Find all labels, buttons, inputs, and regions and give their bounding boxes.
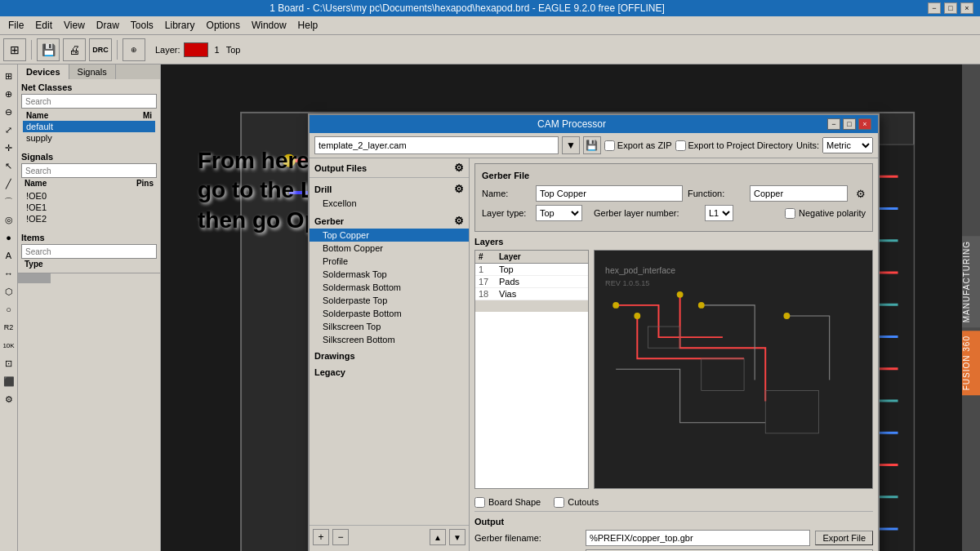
tree-section-gerber-header[interactable]: Gerber ⚙	[310, 213, 469, 229]
tool-grid[interactable]: ⊞	[1, 68, 17, 84]
cam-file-save-btn[interactable]: 💾	[583, 136, 601, 154]
signal-oe0[interactable]: !OE0	[23, 190, 155, 202]
gerber-layer-num-select[interactable]: L1 L2 L3	[705, 205, 733, 221]
export-file-btn[interactable]: Export File	[815, 531, 873, 545]
minimize-button[interactable]: −	[928, 2, 941, 14]
left-sidebar-hscroll[interactable]	[18, 273, 160, 282]
layer-row-top[interactable]: 1 Top	[475, 264, 588, 276]
menu-options[interactable]: Options	[202, 18, 245, 33]
tool-zoom-in[interactable]: ⊕	[1, 86, 17, 102]
tree-item-silkscreen-top[interactable]: Silkscreen Top	[310, 320, 469, 333]
menu-draw[interactable]: Draw	[91, 18, 124, 33]
tree-section-legacy-header[interactable]: Legacy	[310, 366, 469, 379]
net-item-default[interactable]: default	[23, 121, 155, 132]
menu-edit[interactable]: Edit	[30, 18, 57, 33]
tool-10k[interactable]: 10K	[1, 337, 17, 353]
menu-library[interactable]: Library	[160, 18, 200, 33]
cam-export-project-check[interactable]	[675, 140, 686, 151]
signal-oe2[interactable]: !OE2	[23, 213, 155, 224]
gerber-layer-type-select[interactable]: Top Bottom Inner All	[536, 205, 582, 221]
tool-zoom-out[interactable]: ⊖	[1, 104, 17, 120]
layers-hscroll[interactable]	[475, 300, 588, 312]
board-shape-option[interactable]: Board Shape	[474, 497, 541, 508]
toolbar-drc-btn[interactable]: DRC	[89, 38, 112, 61]
cutouts-option[interactable]: Cutouts	[554, 497, 599, 508]
cam-close-btn[interactable]: ×	[858, 118, 871, 130]
tree-item-soldermask-bottom[interactable]: Soldermask Bottom	[310, 281, 469, 294]
add-output-btn[interactable]: +	[313, 529, 329, 545]
tool-dimension[interactable]: ↔	[1, 265, 17, 282]
gerber-layer-type-row: Layer type: Top Bottom Inner All Gerber …	[482, 205, 866, 221]
toolbar-grid-btn[interactable]: ⊞	[3, 38, 26, 61]
layer-row-vias[interactable]: 18 Vias	[475, 288, 588, 300]
tool-copper[interactable]: ⬛	[1, 373, 17, 389]
remove-output-btn[interactable]: −	[332, 529, 349, 545]
tab-devices[interactable]: Devices	[18, 64, 69, 79]
cam-file-browse-btn[interactable]: ▼	[562, 136, 580, 154]
toolbar-save-btn[interactable]: 💾	[37, 38, 60, 61]
neg-polarity-check[interactable]	[785, 208, 795, 219]
fusion360-tab[interactable]: FUSION 360	[962, 331, 980, 395]
tree-section-drawings-header[interactable]: Drawings	[310, 349, 469, 362]
board-shape-check[interactable]	[474, 497, 485, 508]
items-search[interactable]	[21, 244, 157, 259]
tool-select[interactable]: ↖	[1, 158, 17, 174]
cam-units-select[interactable]: MetricImperial	[822, 137, 873, 153]
signals-search[interactable]	[21, 163, 157, 178]
manufacturing-tab[interactable]: MANUFACTURING	[962, 236, 980, 327]
menu-help[interactable]: Help	[293, 18, 323, 33]
net-item-supply[interactable]: supply	[23, 132, 155, 144]
tool-component[interactable]: ⊡	[1, 355, 17, 371]
tree-item-soldermask-top[interactable]: Soldermask Top	[310, 268, 469, 281]
tool-circle[interactable]: ○	[1, 301, 17, 318]
gerber-gear-icon[interactable]: ⚙	[454, 215, 464, 227]
tool-wire[interactable]: ╱	[1, 176, 17, 192]
tool-text[interactable]: A	[1, 247, 17, 264]
tool-route[interactable]: ⌒	[1, 193, 17, 210]
gerber-function-input[interactable]	[750, 185, 848, 202]
close-button[interactable]: ×	[960, 2, 973, 14]
restore-button[interactable]: □	[944, 2, 957, 14]
tool-move[interactable]: ✛	[1, 140, 17, 156]
tree-item-silkscreen-bottom[interactable]: Silkscreen Bottom	[310, 333, 469, 346]
cam-minimize-btn[interactable]: −	[827, 118, 840, 130]
tool-polygon[interactable]: ⬡	[1, 283, 17, 300]
tool-settings[interactable]: ⚙	[1, 391, 17, 407]
tree-item-solderpaste-top[interactable]: Solderpaste Top	[310, 294, 469, 307]
output-files-gear-icon[interactable]: ⚙	[454, 162, 464, 174]
tab-signals[interactable]: Signals	[69, 64, 116, 79]
tool-pad[interactable]: ●	[1, 229, 17, 246]
menu-window[interactable]: Window	[247, 18, 292, 33]
drill-gear-icon[interactable]: ⚙	[454, 183, 464, 195]
menu-file[interactable]: File	[3, 18, 29, 33]
cam-export-zip-check[interactable]	[604, 140, 615, 151]
move-up-btn[interactable]: ▲	[430, 529, 446, 545]
tool-zoom-fit[interactable]: ⤢	[1, 122, 17, 138]
tree-item-solderpaste-bottom[interactable]: Solderpaste Bottom	[310, 307, 469, 320]
cam-restore-btn[interactable]: □	[843, 118, 856, 130]
tree-item-top-copper[interactable]: Top Copper	[310, 229, 469, 242]
gerber-name-input[interactable]	[536, 185, 683, 202]
menu-view[interactable]: View	[59, 18, 90, 33]
gerber-name-row: Name: Function: ⚙	[482, 185, 866, 202]
cam-export-zip-label[interactable]: Export as ZIP	[604, 140, 672, 151]
gerber-function-gear-icon[interactable]: ⚙	[856, 188, 866, 200]
neg-polarity-label[interactable]: Negative polarity	[785, 208, 866, 219]
net-classes-search[interactable]	[21, 94, 157, 109]
tree-item-excellon[interactable]: Excellon	[310, 197, 469, 210]
tree-section-drill-header[interactable]: Drill ⚙	[310, 181, 469, 197]
layer-row-pads[interactable]: 17 Pads	[475, 276, 588, 288]
tree-item-profile[interactable]: Profile	[310, 255, 469, 268]
tool-via[interactable]: ◎	[1, 211, 17, 228]
tool-r2[interactable]: R2	[1, 319, 17, 335]
toolbar-btn1[interactable]: ⊕	[122, 38, 145, 61]
gerber-filename-input[interactable]	[586, 530, 810, 546]
cutouts-check[interactable]	[554, 497, 564, 508]
cam-file-input[interactable]	[314, 136, 559, 154]
tree-item-bottom-copper[interactable]: Bottom Copper	[310, 242, 469, 255]
menu-tools[interactable]: Tools	[126, 18, 158, 33]
cam-export-project-label[interactable]: Export to Project Directory	[675, 140, 793, 151]
toolbar-print-btn[interactable]: 🖨	[63, 38, 86, 61]
move-down-btn[interactable]: ▼	[449, 529, 466, 545]
signal-oe1[interactable]: !OE1	[23, 202, 155, 213]
